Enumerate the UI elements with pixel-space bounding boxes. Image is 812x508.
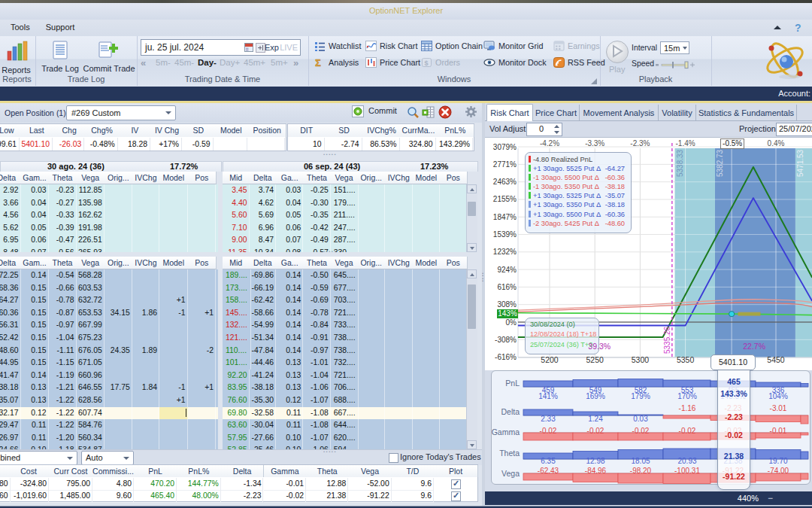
section-splitter-grip[interactable]: ••••• [323,250,337,253]
search-icon[interactable] [406,105,420,119]
chain-row[interactable]: 68.360.15-0.66603.53 [0,282,218,295]
chain-row[interactable]: 145....-58.660.14-0.78721.... [223,307,466,320]
chain-row[interactable]: 158....-62.420.14-0.69703.... [223,294,466,307]
chain-row[interactable]: 44.950.15-1.15671.05 [0,357,218,370]
chain-row[interactable]: 3.660.04-0.27135.98 [0,197,218,210]
scroll-up-button[interactable] [467,184,477,193]
zoom-out-icon[interactable]: − [768,493,773,503]
chain-row[interactable]: 83.95-38.180.13-1.06706.... [223,382,466,394]
windows-item-price-chart[interactable]: Price Chart [365,57,420,70]
chain-row[interactable]: 41.470.14-1.19660.96 [0,370,218,382]
menu-tools[interactable]: Tools [4,20,37,32]
export-grid-icon[interactable] [422,105,435,119]
tab-risk-chart[interactable]: Risk Chart [486,104,533,121]
trading-date-field[interactable]: ju. 25 jul. 2024ExpLIVE [141,39,301,56]
help-icon[interactable]: ? [792,22,804,34]
chain-row[interactable]: 9.008.470.07-0.49287.... [223,234,466,247]
nav-day+[interactable]: Day+ [220,58,240,67]
fast-back-icon[interactable]: « [141,57,146,68]
vol-adjust-spinner[interactable]: 0 [526,123,562,136]
chain-row[interactable]: 32.170.12-1.22607.74 [0,407,218,420]
chain-row[interactable]: 8.480.07-0.56265.93 [0,247,218,252]
speed-slider[interactable] [656,60,695,69]
scroll-thumb[interactable] [468,284,476,329]
chain-row[interactable]: 4.404.620.04-0.30179.... [223,197,466,210]
chain-row[interactable]: 92.20-41.240.13-1.04721.... [223,370,466,382]
nav-5m+[interactable]: 5m+ [271,58,288,67]
scroll-down-button[interactable] [467,243,477,252]
trade-log-button[interactable]: Trade Log [37,39,83,73]
windows-item-option-chain[interactable]: Option Chain [421,41,483,53]
plot-checkbox[interactable]: ✓ [451,479,461,489]
scroll-up-button[interactable] [467,269,477,278]
ignore-trades-checkbox[interactable] [389,453,398,463]
plot-checkbox[interactable]: ✓ [451,491,461,501]
chain-row[interactable]: 132....-54.990.14-0.84733.... [223,319,466,332]
chain-row[interactable]: 5.605.690.05-0.35211.... [223,209,466,222]
chain-row[interactable]: 173....-66.190.14-0.59677.... [223,282,466,295]
chain-row[interactable]: 189....-69.860.14-0.50645.... [223,269,466,282]
chain-row[interactable]: 110....-47.840.14-0.97738.... [223,345,466,357]
calendar-icon[interactable] [244,43,253,52]
chain-row[interactable]: 57.95-27.660.10-1.07620.... [223,432,466,445]
chain-row[interactable]: 7.106.960.06-0.42247.... [223,222,466,235]
footer-grip[interactable]: ••••• [323,450,337,453]
windows-item-watchlist[interactable]: Watchlist [314,41,361,53]
auto-mode-select[interactable]: Auto [81,451,134,465]
spinner-arrows-icon[interactable] [553,124,560,135]
settings-gear-icon[interactable] [465,105,478,119]
tab-movement-analysis[interactable]: Movement Analysis [580,105,659,120]
chain-row[interactable]: 6.950.06-0.47226.51 [0,234,218,247]
position-view-select[interactable]: Combined [0,451,77,465]
close-position-icon[interactable] [438,105,452,119]
tab-statistics-fundamentals[interactable]: Statistics & Fundamentals [696,105,797,120]
chain-row[interactable]: 101....-44.460.13-1.01732.... [223,357,466,370]
chain-scrollbar[interactable] [466,269,477,449]
windows-item-monitor-grid[interactable]: Monitor Grid [483,41,543,53]
interval-select[interactable]: 15m [660,41,689,54]
chain-row[interactable]: 76.60-35.300.12-1.07688.... [223,394,466,407]
reports-button[interactable]: Reports [0,39,34,75]
tab-volatility[interactable]: Volatility [659,105,696,120]
chain-scrollbar[interactable] [466,184,477,252]
windows-item-risk-chart[interactable]: Risk Chart [365,41,417,53]
chain-row[interactable]: 3.453.740.03-0.25151.... [223,184,466,197]
nav-45m+[interactable]: 45m+ [244,58,265,67]
chain-row[interactable]: 24.660.10-1.18534.87 [0,444,218,449]
chain-row[interactable]: 38.180.13-1.21646.5517.751.84-1+1 [0,382,218,394]
chain-row[interactable]: 4.560.04-0.33162.62 [0,209,218,222]
chain-row[interactable]: 69.80-32.580.11-1.08667.... [223,407,466,420]
chain-row[interactable]: 64.270.15-0.78632.72+1 [0,294,218,307]
chain-row[interactable]: 52.85-25.460.10-1.06594.... [223,444,466,449]
windows-item-rss-feed[interactable]: RSS Feed [553,57,605,70]
collapse-ribbon-icon[interactable] [772,23,783,33]
fast-forward-icon[interactable]: » [293,57,298,68]
projection-date-field[interactable]: 25/07/202 [776,123,812,136]
nav-5m-[interactable]: 5m- [156,58,171,67]
chain-row[interactable]: 72.250.14-0.54568.28 [0,269,218,282]
menu-support[interactable]: Support [39,20,82,32]
windows-item-analysis[interactable]: ΣAnalysis [314,57,359,70]
commit-trade-button[interactable]: Commit Trade [82,39,136,73]
chain-row[interactable]: 121....-51.340.14-0.91738.... [223,332,466,345]
nav-day-[interactable]: Day- [198,58,217,67]
chain-row[interactable]: 35.070.13-1.22628.56+1 [0,394,218,407]
chain-row[interactable]: 11.3510.340.08-0.57330.... [223,247,466,252]
windows-item-monitor-dock[interactable]: Monitor Dock [483,57,547,70]
chain-row[interactable]: 60.360.15-0.87653.5334.151.86-1+1 [0,307,218,320]
summary-resize-grip[interactable]: ••••• [323,153,337,156]
chain-row[interactable]: 56.310.15-0.97667.99 [0,319,218,332]
tab-price-chart[interactable]: Price Chart [533,105,580,120]
chain-row[interactable]: 29.470.11-1.22584.76 [0,419,218,432]
scroll-down-button[interactable] [467,440,477,449]
chain-row[interactable]: 48.600.15-1.11676.0524.351.89-2 [0,345,218,357]
chain-row[interactable]: 5.620.05-0.39191.98 [0,222,218,235]
chain-row[interactable]: 26.970.11-1.20560.34 [0,432,218,445]
scroll-thumb[interactable] [468,202,476,216]
chain-row[interactable]: 63.60-30.040.11-1.08644.... [223,419,466,432]
chain-row[interactable]: 52.420.15-1.04675.23 [0,332,218,345]
chain-row[interactable]: 2.920.03-0.23112.85 [0,184,218,197]
strategy-select[interactable]: #269 Custom [66,105,176,120]
dialog-launcher-icon[interactable] [591,77,597,83]
nav-45m-[interactable]: 45m- [174,58,194,67]
